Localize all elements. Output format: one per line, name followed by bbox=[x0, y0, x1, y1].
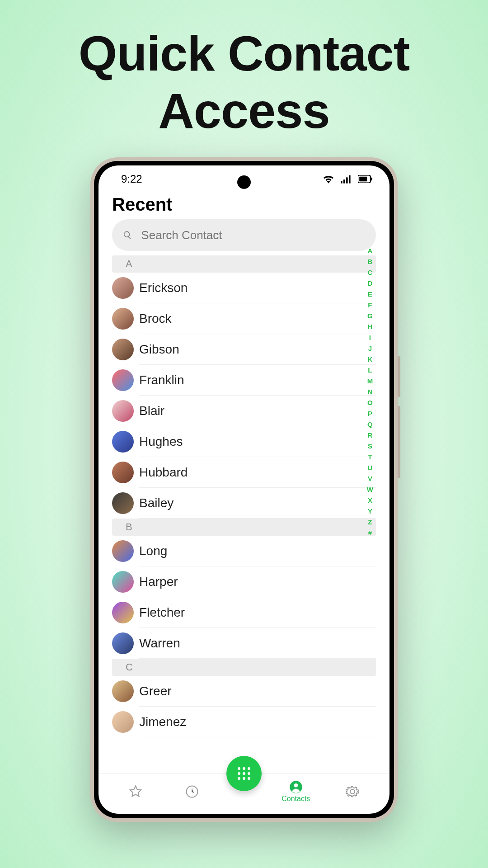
dialpad-fab[interactable] bbox=[226, 756, 262, 791]
alpha-index-letter[interactable]: W bbox=[367, 486, 373, 493]
contact-name: Warren bbox=[139, 636, 180, 651]
alpha-index-letter[interactable]: E bbox=[367, 290, 373, 298]
contact-row[interactable]: Warren bbox=[139, 628, 376, 659]
promo-line2: Access bbox=[79, 82, 410, 140]
phone-frame: 9:22 Recent AEricksonBrockGibsonFranklin… bbox=[90, 157, 398, 822]
nav-recent[interactable] bbox=[167, 785, 217, 798]
contact-name: Greer bbox=[139, 684, 172, 698]
alpha-index-letter[interactable]: M bbox=[367, 377, 373, 385]
contact-name: Franklin bbox=[139, 373, 184, 387]
alpha-index-letter[interactable]: V bbox=[367, 475, 373, 482]
svg-rect-2 bbox=[346, 177, 348, 183]
alpha-index-letter[interactable]: X bbox=[367, 496, 373, 504]
status-time: 9:22 bbox=[121, 173, 142, 185]
alpha-index-letter[interactable]: # bbox=[367, 529, 373, 537]
side-button-2 bbox=[398, 406, 400, 478]
svg-rect-3 bbox=[349, 175, 351, 184]
contact-row[interactable]: Blair bbox=[139, 396, 376, 426]
nav-settings[interactable] bbox=[328, 785, 377, 798]
alpha-index-letter[interactable]: D bbox=[367, 279, 373, 287]
gear-icon bbox=[346, 785, 359, 798]
svg-rect-6 bbox=[359, 177, 367, 182]
contact-list[interactable]: AEricksonBrockGibsonFranklinBlairHughesH… bbox=[99, 255, 389, 773]
search-icon bbox=[123, 230, 132, 240]
contact-row[interactable]: Harper bbox=[139, 566, 376, 597]
alpha-index-letter[interactable]: G bbox=[367, 312, 373, 320]
nav-favorites[interactable] bbox=[111, 785, 160, 798]
clock-icon bbox=[185, 785, 199, 798]
contact-name: Bailey bbox=[139, 496, 174, 510]
alpha-index-letter[interactable]: Z bbox=[367, 518, 373, 526]
contact-name: Harper bbox=[139, 575, 178, 589]
battery-icon bbox=[358, 175, 372, 183]
alpha-index-letter[interactable]: H bbox=[367, 323, 373, 330]
svg-rect-1 bbox=[343, 179, 345, 183]
dialpad-icon bbox=[238, 767, 250, 780]
svg-rect-0 bbox=[341, 181, 343, 184]
alpha-index-letter[interactable]: B bbox=[367, 258, 373, 265]
search-bar[interactable] bbox=[112, 219, 376, 251]
wifi-icon bbox=[323, 175, 334, 184]
alpha-index-letter[interactable]: U bbox=[367, 464, 373, 472]
contact-name: Erickson bbox=[139, 281, 188, 295]
star-icon bbox=[129, 785, 142, 798]
section-header: B bbox=[112, 519, 376, 536]
person-icon bbox=[289, 780, 303, 794]
alpha-index-letter[interactable]: S bbox=[367, 442, 373, 450]
promo-line1: Quick Contact bbox=[79, 25, 410, 82]
contact-row[interactable]: Hubbard bbox=[139, 457, 376, 488]
contact-name: Hubbard bbox=[139, 465, 188, 480]
page-header: Recent bbox=[99, 193, 389, 219]
section-header: C bbox=[112, 659, 376, 676]
contact-row[interactable]: Bailey bbox=[139, 488, 376, 519]
contact-row[interactable]: Long bbox=[139, 536, 376, 566]
alpha-index-letter[interactable]: Y bbox=[367, 507, 373, 515]
alpha-index-letter[interactable]: C bbox=[367, 269, 373, 276]
page-title: Recent bbox=[112, 194, 376, 215]
alpha-index-letter[interactable]: I bbox=[367, 334, 373, 341]
contact-name: Gibson bbox=[139, 342, 179, 357]
alpha-index-letter[interactable]: Q bbox=[367, 420, 373, 428]
contact-name: Blair bbox=[139, 404, 164, 418]
contact-name: Fletcher bbox=[139, 605, 185, 620]
svg-rect-5 bbox=[371, 178, 372, 180]
side-button-1 bbox=[398, 356, 400, 397]
alpha-index-letter[interactable]: N bbox=[367, 388, 373, 396]
alpha-index-letter[interactable]: J bbox=[367, 344, 373, 352]
contact-row[interactable]: Erickson bbox=[139, 273, 376, 303]
alpha-index-letter[interactable]: F bbox=[367, 301, 373, 309]
bottom-nav: Contacts bbox=[99, 773, 389, 814]
alpha-index-letter[interactable]: A bbox=[367, 247, 373, 255]
contact-row[interactable]: Fletcher bbox=[139, 597, 376, 628]
contact-name: Brock bbox=[139, 311, 172, 326]
contact-name: Hughes bbox=[139, 434, 183, 449]
alpha-index-letter[interactable]: L bbox=[367, 366, 373, 374]
nav-contacts-label: Contacts bbox=[282, 795, 310, 803]
signal-icon bbox=[341, 175, 352, 184]
contact-name: Long bbox=[139, 544, 167, 558]
alpha-index-letter[interactable]: R bbox=[367, 431, 373, 439]
contact-name: Jimenez bbox=[139, 715, 186, 729]
alpha-index-letter[interactable]: P bbox=[367, 410, 373, 417]
nav-contacts[interactable]: Contacts bbox=[271, 780, 321, 803]
contact-row[interactable]: Gibson bbox=[139, 334, 376, 365]
contact-row[interactable]: Franklin bbox=[139, 365, 376, 396]
search-input[interactable] bbox=[141, 228, 365, 242]
section-header: A bbox=[112, 255, 376, 273]
alpha-index-letter[interactable]: K bbox=[367, 355, 373, 363]
alpha-index-letter[interactable]: T bbox=[367, 453, 373, 461]
svg-point-9 bbox=[294, 783, 298, 787]
promo-title: Quick Contact Access bbox=[79, 25, 410, 139]
contact-row[interactable]: Jimenez bbox=[139, 707, 376, 737]
front-camera bbox=[237, 175, 251, 189]
alpha-index[interactable]: ABCDEFGHIJKLMNOPQRSTUVWXYZ# bbox=[367, 247, 373, 537]
contact-row[interactable]: Brock bbox=[139, 303, 376, 334]
contact-row[interactable]: Greer bbox=[139, 676, 376, 707]
alpha-index-letter[interactable]: O bbox=[367, 399, 373, 406]
contact-row[interactable]: Hughes bbox=[139, 426, 376, 457]
